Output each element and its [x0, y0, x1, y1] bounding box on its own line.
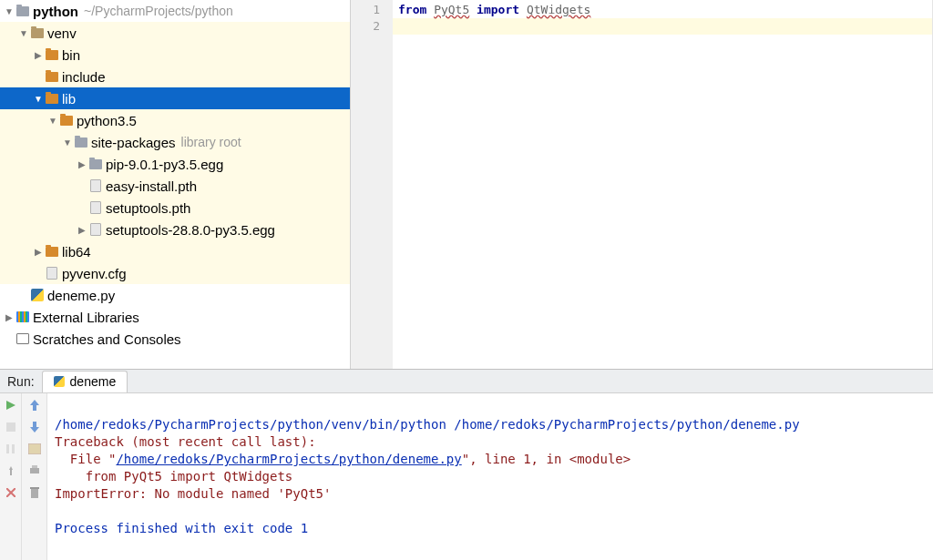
gutter-line: 2: [351, 18, 393, 35]
file-icon: [87, 201, 104, 214]
folder-icon: [44, 50, 60, 60]
file-icon: [87, 179, 104, 192]
stop-button-icon[interactable]: [3, 419, 19, 435]
library-icon: [15, 311, 31, 322]
python-icon: [54, 376, 65, 387]
chevron-right-icon[interactable]: ▶: [77, 225, 87, 235]
tree-row[interactable]: ▼site-packageslibrary root: [0, 131, 350, 153]
tree-row[interactable]: pyvenv.cfg: [0, 262, 350, 284]
chevron-right-icon[interactable]: ▶: [33, 50, 44, 60]
pause-button-icon[interactable]: [3, 441, 19, 457]
svg-rect-3: [12, 444, 15, 453]
svg-rect-8: [32, 465, 37, 468]
console-file-line: File "/home/redoks/PycharmProjects/pytho…: [55, 452, 631, 466]
file-icon: [44, 267, 60, 280]
tree-item-label: pyvenv.cfg: [62, 266, 127, 281]
tree-item-label: easy-install.pth: [106, 178, 197, 194]
run-tab-label: deneme: [70, 374, 117, 389]
code-line[interactable]: from PyQt5 import QtWidgets: [393, 2, 932, 18]
run-button-icon[interactable]: [3, 397, 19, 413]
chevron-right-icon[interactable]: ▶: [77, 159, 87, 169]
wrap-icon[interactable]: [26, 441, 43, 457]
tree-item-label: bin: [62, 47, 80, 63]
tree-row[interactable]: setuptools.pth: [0, 197, 350, 219]
tree-row[interactable]: ▼venv: [0, 22, 350, 44]
folder-icon: [44, 247, 60, 257]
console-output[interactable]: /home/redoks/PycharmProjects/python/venv…: [47, 393, 933, 560]
run-panel-label: Run:: [0, 374, 42, 389]
tree-row[interactable]: Scratches and Consoles: [0, 328, 350, 350]
editor-gutter: 1 2: [351, 0, 393, 369]
chevron-down-icon[interactable]: ▼: [62, 137, 73, 148]
chevron-down-icon[interactable]: ▼: [33, 94, 44, 104]
run-toolbar-left: [0, 393, 22, 560]
tree-item-label: site-packages: [91, 135, 176, 150]
trash-icon[interactable]: [26, 484, 43, 501]
print-icon[interactable]: [26, 463, 43, 479]
tree-item-hint: ~/PycharmProjects/python: [84, 4, 233, 18]
tree-item-label: External Libraries: [33, 310, 139, 325]
tree-item-label: deneme.py: [47, 288, 115, 303]
folder-icon: [44, 94, 60, 104]
code-line-current[interactable]: [393, 18, 932, 35]
arrow-down-icon[interactable]: [26, 419, 43, 435]
tree-row[interactable]: ▼python~/PycharmProjects/python: [0, 0, 350, 22]
tree-row[interactable]: easy-install.pth: [0, 175, 350, 197]
console-exit: Process finished with exit code 1: [55, 521, 308, 535]
folder-icon: [44, 72, 60, 82]
tree-item-label: pip-9.0.1-py3.5.egg: [106, 157, 223, 172]
tree-item-label: venv: [47, 25, 77, 41]
folder-icon: [58, 116, 75, 126]
code-editor[interactable]: 1 2 from PyQt5 import QtWidgets: [351, 0, 933, 369]
scratches-icon: [15, 333, 31, 344]
tree-row[interactable]: ▶pip-9.0.1-py3.5.egg: [0, 153, 350, 175]
module-ref: PyQt5: [434, 3, 469, 16]
svg-marker-0: [6, 401, 15, 410]
tree-item-hint: library root: [181, 135, 241, 149]
folder-icon: [15, 6, 31, 16]
arrow-up-icon[interactable]: [26, 397, 43, 413]
editor-code-area[interactable]: from PyQt5 import QtWidgets: [393, 0, 932, 369]
tree-item-label: include: [62, 69, 106, 85]
keyword: import: [477, 3, 519, 16]
run-tab[interactable]: deneme: [42, 371, 128, 392]
svg-rect-9: [31, 489, 38, 498]
svg-rect-2: [6, 444, 9, 453]
console-traceback: Traceback (most recent call last):: [55, 434, 316, 449]
chevron-down-icon[interactable]: ▼: [18, 28, 29, 38]
chevron-down-icon[interactable]: ▼: [47, 116, 58, 126]
keyword: from: [398, 3, 426, 16]
tree-row[interactable]: ▶bin: [0, 44, 350, 66]
tree-item-label: python3.5: [77, 113, 137, 128]
chevron-right-icon[interactable]: ▶: [33, 247, 44, 257]
folder-icon: [73, 137, 89, 148]
tree-row[interactable]: ▼python3.5: [0, 109, 350, 131]
tree-item-label: setuptools-28.8.0-py3.5.egg: [106, 222, 275, 238]
tree-row[interactable]: ▶setuptools-28.8.0-py3.5.egg: [0, 219, 350, 240]
svg-rect-6: [28, 443, 41, 454]
run-panel-header: Run: deneme: [0, 370, 933, 393]
tree-row[interactable]: ▼lib: [0, 87, 350, 109]
tree-item-label: lib: [62, 91, 76, 107]
tree-row[interactable]: deneme.py: [0, 284, 350, 306]
folder-icon: [87, 159, 104, 169]
console-import-line: from PyQt5 import QtWidgets: [55, 469, 292, 484]
python-icon: [29, 289, 46, 301]
project-tree[interactable]: ▼python~/PycharmProjects/python▼venv▶bin…: [0, 0, 351, 369]
run-toolbar-right: [22, 393, 47, 560]
chevron-down-icon[interactable]: ▼: [4, 6, 15, 16]
tree-row[interactable]: include: [0, 66, 350, 87]
run-panel: Run: deneme /home/redoks/PycharmProjects…: [0, 369, 933, 560]
tree-item-label: Scratches and Consoles: [33, 331, 181, 347]
folder-icon: [29, 28, 46, 38]
console-file-link[interactable]: /home/redoks/PycharmProjects/python/dene…: [116, 452, 461, 466]
chevron-right-icon[interactable]: ▶: [4, 312, 15, 322]
tree-row[interactable]: ▶lib64: [0, 240, 350, 262]
pin-icon[interactable]: [3, 463, 19, 479]
tree-item-label: lib64: [62, 244, 91, 260]
console-error: ImportError: No module named 'PyQt5': [55, 486, 331, 501]
svg-rect-7: [30, 468, 39, 473]
close-icon[interactable]: [3, 484, 19, 501]
gutter-line: 1: [351, 2, 393, 18]
tree-row[interactable]: ▶External Libraries: [0, 306, 350, 328]
